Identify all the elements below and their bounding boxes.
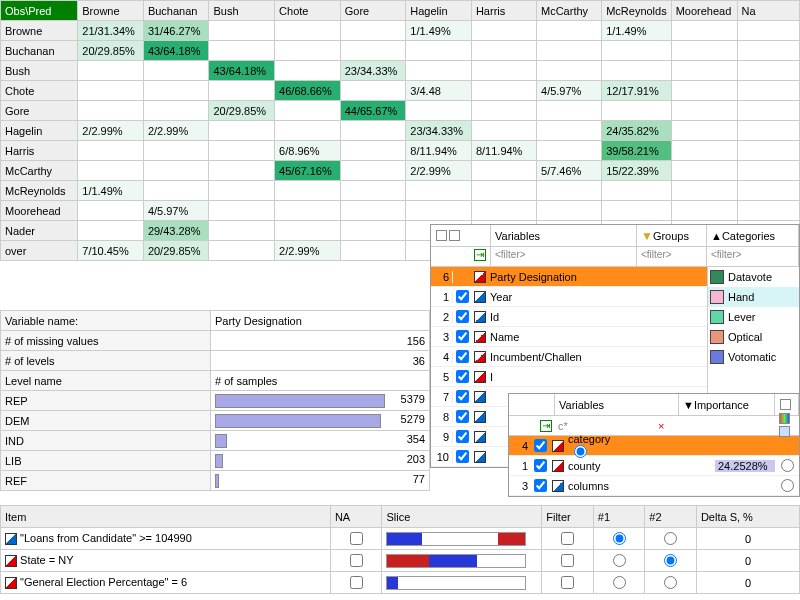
var-checkbox[interactable] (456, 410, 469, 423)
cm-col-hdr[interactable]: Bush (209, 1, 275, 21)
items-table[interactable]: ItemNASliceFilter#1#2Delta S, % "Loans f… (0, 505, 800, 594)
cm-col-hdr[interactable]: Moorehead (671, 1, 737, 21)
cm-cell[interactable]: 7/10.45% (78, 241, 144, 261)
cm-cell[interactable]: 8/11.94% (471, 141, 536, 161)
cm-cell[interactable] (671, 81, 737, 101)
cm-cell[interactable] (671, 161, 737, 181)
var-checkbox[interactable] (456, 390, 469, 403)
col1-radio[interactable] (613, 554, 626, 567)
cm-cell[interactable] (671, 201, 737, 221)
var-checkbox[interactable] (456, 290, 469, 303)
cm-col-hdr[interactable]: Chote (275, 1, 341, 21)
var-checkbox[interactable] (534, 479, 547, 492)
cm-cell[interactable] (78, 101, 144, 121)
filter-checkbox[interactable] (561, 576, 574, 589)
na-checkbox[interactable] (350, 532, 363, 545)
level-name[interactable]: DEM (1, 411, 211, 431)
cm-cell[interactable]: 46/68.66% (275, 81, 341, 101)
cm-cell[interactable] (471, 181, 536, 201)
palette-icon[interactable] (779, 413, 790, 424)
cm-cell[interactable] (209, 21, 275, 41)
var-checkbox[interactable] (534, 459, 547, 472)
items-col-hdr[interactable]: Filter (542, 506, 594, 528)
item-cell[interactable]: "General Election Percentage" = 6 (1, 572, 331, 594)
cm-cell[interactable] (209, 161, 275, 181)
cm-cell[interactable]: 1/1.49% (78, 181, 144, 201)
variable-row[interactable]: 2Id (431, 307, 707, 327)
cm-cell[interactable] (471, 101, 536, 121)
cm-cell[interactable] (406, 181, 472, 201)
btn-icon[interactable] (449, 230, 460, 241)
cm-cell[interactable] (78, 201, 144, 221)
cm-row-hdr[interactable]: Moorehead (1, 201, 78, 221)
cm-cell[interactable] (537, 41, 602, 61)
items-col-hdr[interactable]: Slice (382, 506, 542, 528)
level-name[interactable]: IND (1, 431, 211, 451)
cm-cell[interactable] (209, 81, 275, 101)
cm-cell[interactable] (602, 181, 672, 201)
filter-checkbox[interactable] (561, 532, 574, 545)
variable-row-selected[interactable]: 6 Party Designation (431, 267, 707, 287)
variable-row[interactable]: 4Incumbent/Challen (431, 347, 707, 367)
cm-row-hdr[interactable]: Chote (1, 81, 78, 101)
cm-cell[interactable] (78, 81, 144, 101)
cm-cell[interactable] (78, 141, 144, 161)
cm-row-hdr[interactable]: Nader (1, 221, 78, 241)
level-name[interactable]: REP (1, 391, 211, 411)
btn-icon[interactable] (436, 230, 447, 241)
filter-checkbox[interactable] (561, 554, 574, 567)
importance-panel[interactable]: Variables ▼ Importance ⇥ c* × 4category … (508, 393, 800, 497)
cm-cell[interactable] (737, 201, 799, 221)
cm-cell[interactable]: 20/29.85% (143, 241, 209, 261)
clear-icon[interactable]: × (655, 420, 679, 432)
sort-icon[interactable]: ⇥ (474, 249, 486, 261)
funnel-icon[interactable]: ▼ (641, 229, 653, 243)
confusion-matrix[interactable]: Obs\PredBrowneBuchananBushChoteGoreHagel… (0, 0, 800, 261)
cm-cell[interactable] (471, 81, 536, 101)
cm-cell[interactable] (275, 21, 341, 41)
cm-cell[interactable] (602, 41, 672, 61)
cm-cell[interactable]: 12/17.91% (602, 81, 672, 101)
cm-cell[interactable] (671, 141, 737, 161)
select-radio[interactable] (781, 459, 794, 472)
cm-cell[interactable]: 2/2.99% (78, 121, 144, 141)
var-checkbox[interactable] (456, 310, 469, 323)
cm-cell[interactable] (671, 41, 737, 61)
var-checkbox[interactable] (456, 350, 469, 363)
category-item[interactable]: Datavote (708, 267, 799, 287)
cm-cell[interactable] (737, 161, 799, 181)
cm-cell[interactable] (602, 61, 672, 81)
cm-row-hdr[interactable]: Hagelin (1, 121, 78, 141)
cm-cell[interactable] (143, 61, 209, 81)
cm-cell[interactable] (340, 181, 406, 201)
cm-cell[interactable] (275, 61, 341, 81)
items-col-hdr[interactable]: #1 (593, 506, 645, 528)
cm-cell[interactable] (471, 161, 536, 181)
items-col-hdr[interactable]: NA (330, 506, 382, 528)
cm-cell[interactable] (537, 201, 602, 221)
cm-cell[interactable] (340, 201, 406, 221)
cm-cell[interactable] (671, 21, 737, 41)
cm-cell[interactable]: 6/8.96% (275, 141, 341, 161)
cm-cell[interactable] (340, 241, 406, 261)
cm-cell[interactable] (143, 141, 209, 161)
select-radio[interactable] (781, 479, 794, 492)
cm-cell[interactable]: 44/65.67% (340, 101, 406, 121)
cm-cell[interactable]: 2/2.99% (143, 121, 209, 141)
btn-icon[interactable] (780, 399, 791, 410)
col1-radio[interactable] (613, 576, 626, 589)
filter-input[interactable]: <filter> (491, 247, 637, 266)
cm-cell[interactable]: 31/46.27% (143, 21, 209, 41)
cm-cell[interactable] (209, 41, 275, 61)
cm-col-hdr[interactable]: Harris (471, 1, 536, 21)
cm-cell[interactable] (340, 141, 406, 161)
importance-row[interactable]: 3columns (509, 476, 799, 496)
cm-cell[interactable] (737, 121, 799, 141)
cm-cell[interactable] (737, 141, 799, 161)
cm-cell[interactable] (209, 221, 275, 241)
cm-cell[interactable] (78, 61, 144, 81)
cm-cell[interactable] (143, 101, 209, 121)
cm-cell[interactable] (406, 41, 472, 61)
cm-cell[interactable]: 2/2.99% (275, 241, 341, 261)
cm-cell[interactable] (471, 201, 536, 221)
